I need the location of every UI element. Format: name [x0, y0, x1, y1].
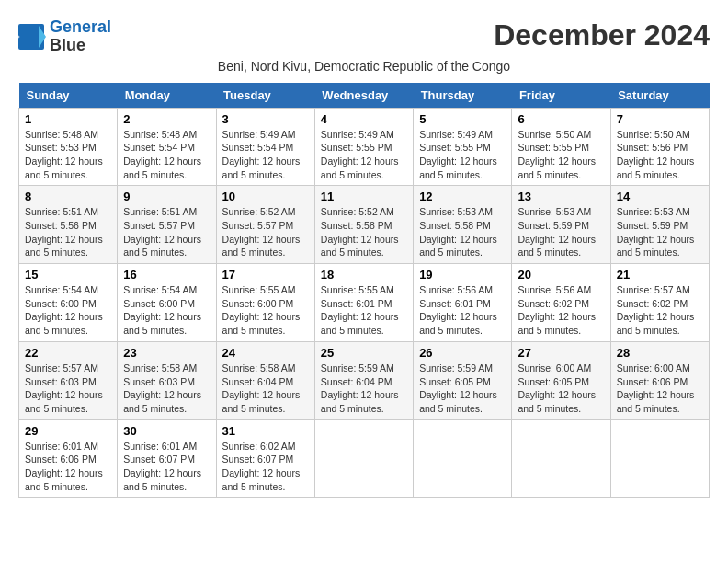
day-info: Sunrise: 5:48 AMSunset: 5:53 PMDaylight:… [25, 128, 111, 182]
day-info: Sunrise: 5:52 AMSunset: 5:58 PMDaylight:… [321, 205, 407, 259]
calendar-cell: 6Sunrise: 5:50 AMSunset: 5:55 PMDaylight… [512, 108, 610, 186]
calendar-cell: 24Sunrise: 5:58 AMSunset: 6:04 PMDayligh… [216, 341, 314, 419]
day-number: 25 [321, 346, 407, 360]
day-number: 1 [25, 112, 111, 126]
calendar-cell: 31Sunrise: 6:02 AMSunset: 6:07 PMDayligh… [216, 419, 314, 498]
calendar-cell: 28Sunrise: 6:00 AMSunset: 6:06 PMDayligh… [610, 341, 709, 419]
header-cell-friday: Friday [512, 83, 610, 109]
calendar-cell: 23Sunrise: 5:58 AMSunset: 6:03 PMDayligh… [118, 341, 216, 419]
day-info: Sunrise: 5:56 AMSunset: 6:02 PMDaylight:… [518, 283, 604, 338]
day-info: Sunrise: 5:48 AMSunset: 5:54 PMDaylight:… [123, 128, 210, 182]
calendar-cell: 30Sunrise: 6:01 AMSunset: 6:07 PMDayligh… [118, 419, 216, 498]
day-info: Sunrise: 5:58 AMSunset: 6:04 PMDaylight:… [222, 362, 309, 416]
calendar-cell [414, 419, 512, 498]
header-cell-monday: Monday [118, 83, 216, 109]
day-number: 28 [617, 346, 703, 360]
header-cell-sunday: Sunday [19, 83, 118, 109]
day-number: 30 [123, 424, 210, 438]
calendar-cell: 16Sunrise: 5:54 AMSunset: 6:00 PMDayligh… [118, 264, 216, 342]
calendar-cell [512, 419, 610, 498]
header-cell-thursday: Thursday [414, 83, 512, 109]
day-number: 15 [25, 268, 111, 282]
day-number: 13 [518, 190, 604, 203]
day-number: 22 [25, 346, 111, 360]
day-info: Sunrise: 5:52 AMSunset: 5:57 PMDaylight:… [222, 205, 309, 259]
day-info: Sunrise: 5:49 AMSunset: 5:55 PMDaylight:… [419, 128, 506, 182]
day-number: 16 [123, 268, 210, 282]
calendar-cell: 19Sunrise: 5:56 AMSunset: 6:01 PMDayligh… [414, 264, 512, 342]
day-number: 23 [123, 346, 210, 360]
day-info: Sunrise: 5:57 AMSunset: 6:03 PMDaylight:… [25, 362, 111, 416]
calendar-cell: 27Sunrise: 6:00 AMSunset: 6:05 PMDayligh… [512, 341, 610, 419]
calendar-cell: 26Sunrise: 5:59 AMSunset: 6:05 PMDayligh… [414, 341, 512, 419]
header-cell-tuesday: Tuesday [216, 83, 314, 109]
logo-line2: Blue [50, 37, 111, 55]
header-cell-saturday: Saturday [610, 83, 709, 109]
calendar-cell: 2Sunrise: 5:48 AMSunset: 5:54 PMDaylight… [118, 108, 216, 186]
day-info: Sunrise: 5:51 AMSunset: 5:57 PMDaylight:… [123, 205, 210, 259]
day-info: Sunrise: 6:00 AMSunset: 6:06 PMDaylight:… [617, 362, 703, 416]
day-number: 8 [25, 190, 111, 203]
day-info: Sunrise: 6:01 AMSunset: 6:06 PMDaylight:… [25, 440, 111, 494]
day-number: 17 [222, 268, 309, 282]
page-title: December 2024 [494, 18, 710, 52]
week-row-1: 1Sunrise: 5:48 AMSunset: 5:53 PMDaylight… [19, 108, 710, 186]
calendar-cell: 3Sunrise: 5:49 AMSunset: 5:54 PMDaylight… [216, 108, 314, 186]
calendar-cell: 11Sunrise: 5:52 AMSunset: 5:58 PMDayligh… [314, 186, 413, 264]
calendar-cell: 17Sunrise: 5:55 AMSunset: 6:00 PMDayligh… [216, 264, 314, 342]
day-info: Sunrise: 5:53 AMSunset: 5:58 PMDaylight:… [419, 205, 506, 259]
calendar-cell: 5Sunrise: 5:49 AMSunset: 5:55 PMDaylight… [414, 108, 512, 186]
calendar-cell: 22Sunrise: 5:57 AMSunset: 6:03 PMDayligh… [19, 341, 118, 419]
day-number: 26 [419, 346, 506, 360]
calendar-cell: 12Sunrise: 5:53 AMSunset: 5:58 PMDayligh… [414, 186, 512, 264]
day-number: 24 [222, 346, 309, 360]
day-info: Sunrise: 5:56 AMSunset: 6:01 PMDaylight:… [419, 283, 506, 338]
week-row-4: 22Sunrise: 5:57 AMSunset: 6:03 PMDayligh… [19, 341, 710, 419]
day-info: Sunrise: 5:49 AMSunset: 5:54 PMDaylight:… [222, 128, 309, 182]
day-number: 29 [25, 424, 111, 438]
day-info: Sunrise: 5:57 AMSunset: 6:02 PMDaylight:… [617, 283, 703, 338]
day-info: Sunrise: 6:01 AMSunset: 6:07 PMDaylight:… [123, 440, 210, 494]
day-number: 5 [419, 112, 506, 126]
logo-text: General Blue [50, 18, 111, 55]
day-info: Sunrise: 5:54 AMSunset: 6:00 PMDaylight:… [25, 283, 111, 338]
logo-line1: General [50, 17, 111, 36]
day-info: Sunrise: 5:50 AMSunset: 5:56 PMDaylight:… [617, 128, 703, 182]
day-info: Sunrise: 5:55 AMSunset: 6:01 PMDaylight:… [321, 283, 407, 338]
calendar-cell [314, 419, 413, 498]
day-info: Sunrise: 5:53 AMSunset: 5:59 PMDaylight:… [518, 205, 604, 259]
day-number: 19 [419, 268, 506, 282]
logo-icon [18, 24, 46, 50]
calendar-cell: 9Sunrise: 5:51 AMSunset: 5:57 PMDaylight… [118, 186, 216, 264]
day-number: 31 [222, 424, 309, 438]
day-number: 21 [617, 268, 703, 282]
header-row: SundayMondayTuesdayWednesdayThursdayFrid… [19, 83, 710, 109]
day-info: Sunrise: 5:58 AMSunset: 6:03 PMDaylight:… [123, 362, 210, 416]
day-number: 20 [518, 268, 604, 282]
day-number: 14 [617, 190, 703, 203]
page-container: General Blue December 2024 Beni, Nord Ki… [18, 18, 710, 498]
day-info: Sunrise: 6:02 AMSunset: 6:07 PMDaylight:… [222, 440, 309, 494]
day-number: 3 [222, 112, 309, 126]
calendar-cell: 14Sunrise: 5:53 AMSunset: 5:59 PMDayligh… [610, 186, 709, 264]
calendar-cell: 1Sunrise: 5:48 AMSunset: 5:53 PMDaylight… [19, 108, 118, 186]
calendar-cell [610, 419, 709, 498]
day-number: 4 [321, 112, 407, 126]
calendar-cell: 18Sunrise: 5:55 AMSunset: 6:01 PMDayligh… [314, 264, 413, 342]
day-info: Sunrise: 5:49 AMSunset: 5:55 PMDaylight:… [321, 128, 407, 182]
day-info: Sunrise: 5:59 AMSunset: 6:04 PMDaylight:… [321, 362, 407, 416]
calendar-cell: 21Sunrise: 5:57 AMSunset: 6:02 PMDayligh… [610, 264, 709, 342]
day-number: 11 [321, 190, 407, 203]
day-number: 10 [222, 190, 309, 203]
week-row-3: 15Sunrise: 5:54 AMSunset: 6:00 PMDayligh… [19, 264, 710, 342]
calendar-cell: 20Sunrise: 5:56 AMSunset: 6:02 PMDayligh… [512, 264, 610, 342]
header-cell-wednesday: Wednesday [314, 83, 413, 109]
logo: General Blue [18, 18, 111, 55]
calendar-cell: 13Sunrise: 5:53 AMSunset: 5:59 PMDayligh… [512, 186, 610, 264]
day-info: Sunrise: 5:50 AMSunset: 5:55 PMDaylight:… [518, 128, 604, 182]
day-info: Sunrise: 6:00 AMSunset: 6:05 PMDaylight:… [518, 362, 604, 416]
day-number: 2 [123, 112, 210, 126]
calendar-cell: 4Sunrise: 5:49 AMSunset: 5:55 PMDaylight… [314, 108, 413, 186]
day-number: 27 [518, 346, 604, 360]
day-info: Sunrise: 5:51 AMSunset: 5:56 PMDaylight:… [25, 205, 111, 259]
